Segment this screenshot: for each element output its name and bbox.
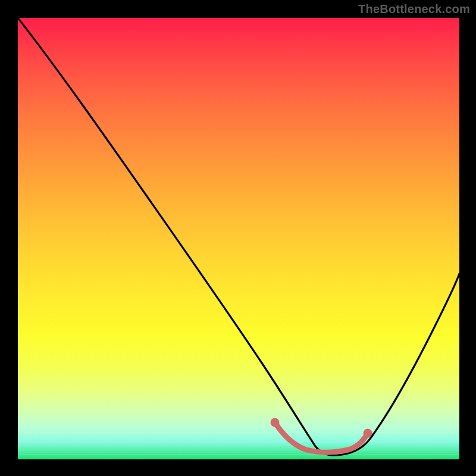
bottleneck-curve-line bbox=[18, 18, 459, 455]
optimal-range-line bbox=[275, 422, 368, 452]
optimal-start-marker bbox=[271, 418, 280, 427]
watermark-text: TheBottleneck.com bbox=[358, 2, 470, 16]
plot-area bbox=[18, 18, 459, 459]
chart-container: TheBottleneck.com bbox=[0, 0, 476, 476]
optimal-end-marker bbox=[364, 429, 372, 438]
curve-layer bbox=[18, 18, 459, 459]
